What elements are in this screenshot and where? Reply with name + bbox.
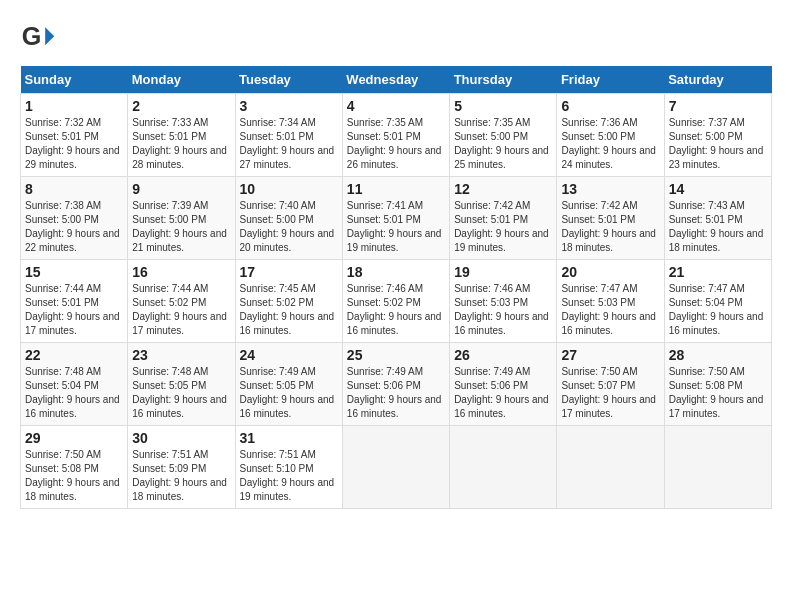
day-number: 7 xyxy=(669,98,767,114)
day-info: Sunrise: 7:51 AM Sunset: 5:10 PM Dayligh… xyxy=(240,448,338,504)
day-info: Sunrise: 7:32 AMSunset: 5:01 PMDaylight:… xyxy=(25,116,123,172)
day-number: 8 xyxy=(25,181,123,197)
day-number: 10 xyxy=(240,181,338,197)
day-cell: 4 Sunrise: 7:35 AM Sunset: 5:01 PM Dayli… xyxy=(342,94,449,177)
day-cell: 22 Sunrise: 7:48 AM Sunset: 5:04 PM Dayl… xyxy=(21,343,128,426)
day-info: Sunrise: 7:47 AM Sunset: 5:04 PM Dayligh… xyxy=(669,282,767,338)
day-info: Sunrise: 7:51 AM Sunset: 5:09 PM Dayligh… xyxy=(132,448,230,504)
calendar-row: 8 Sunrise: 7:38 AM Sunset: 5:00 PM Dayli… xyxy=(21,177,772,260)
calendar-body: 1 Sunrise: 7:32 AMSunset: 5:01 PMDayligh… xyxy=(21,94,772,509)
day-number: 17 xyxy=(240,264,338,280)
day-info: Sunrise: 7:44 AM Sunset: 5:02 PM Dayligh… xyxy=(132,282,230,338)
day-number: 12 xyxy=(454,181,552,197)
header-row: Sunday Monday Tuesday Wednesday Thursday… xyxy=(21,66,772,94)
day-cell: 10 Sunrise: 7:40 AM Sunset: 5:00 PM Dayl… xyxy=(235,177,342,260)
calendar-table: Sunday Monday Tuesday Wednesday Thursday… xyxy=(20,66,772,509)
empty-cell xyxy=(342,426,449,509)
day-cell: 8 Sunrise: 7:38 AM Sunset: 5:00 PM Dayli… xyxy=(21,177,128,260)
empty-cell xyxy=(557,426,664,509)
col-thursday: Thursday xyxy=(450,66,557,94)
day-info: Sunrise: 7:42 AM Sunset: 5:01 PM Dayligh… xyxy=(561,199,659,255)
col-saturday: Saturday xyxy=(664,66,771,94)
day-cell: 2 Sunrise: 7:33 AM Sunset: 5:01 PM Dayli… xyxy=(128,94,235,177)
day-cell: 30 Sunrise: 7:51 AM Sunset: 5:09 PM Dayl… xyxy=(128,426,235,509)
calendar-row: 22 Sunrise: 7:48 AM Sunset: 5:04 PM Dayl… xyxy=(21,343,772,426)
day-number: 18 xyxy=(347,264,445,280)
day-number: 20 xyxy=(561,264,659,280)
day-info: Sunrise: 7:33 AM Sunset: 5:01 PM Dayligh… xyxy=(132,116,230,172)
day-cell: 21 Sunrise: 7:47 AM Sunset: 5:04 PM Dayl… xyxy=(664,260,771,343)
day-number: 25 xyxy=(347,347,445,363)
day-info: Sunrise: 7:42 AM Sunset: 5:01 PM Dayligh… xyxy=(454,199,552,255)
day-number: 6 xyxy=(561,98,659,114)
col-wednesday: Wednesday xyxy=(342,66,449,94)
day-number: 19 xyxy=(454,264,552,280)
day-cell: 19 Sunrise: 7:46 AM Sunset: 5:03 PM Dayl… xyxy=(450,260,557,343)
day-cell: 31 Sunrise: 7:51 AM Sunset: 5:10 PM Dayl… xyxy=(235,426,342,509)
day-cell: 15 Sunrise: 7:44 AM Sunset: 5:01 PM Dayl… xyxy=(21,260,128,343)
col-friday: Friday xyxy=(557,66,664,94)
day-cell: 16 Sunrise: 7:44 AM Sunset: 5:02 PM Dayl… xyxy=(128,260,235,343)
day-cell: 26 Sunrise: 7:49 AM Sunset: 5:06 PM Dayl… xyxy=(450,343,557,426)
day-number: 9 xyxy=(132,181,230,197)
day-cell: 6 Sunrise: 7:36 AM Sunset: 5:00 PM Dayli… xyxy=(557,94,664,177)
day-number: 11 xyxy=(347,181,445,197)
day-cell: 24 Sunrise: 7:49 AM Sunset: 5:05 PM Dayl… xyxy=(235,343,342,426)
day-info: Sunrise: 7:49 AM Sunset: 5:06 PM Dayligh… xyxy=(454,365,552,421)
day-number: 30 xyxy=(132,430,230,446)
empty-cell xyxy=(664,426,771,509)
day-number: 15 xyxy=(25,264,123,280)
day-info: Sunrise: 7:44 AM Sunset: 5:01 PM Dayligh… xyxy=(25,282,123,338)
day-info: Sunrise: 7:46 AM Sunset: 5:02 PM Dayligh… xyxy=(347,282,445,338)
day-cell: 27 Sunrise: 7:50 AM Sunset: 5:07 PM Dayl… xyxy=(557,343,664,426)
day-cell: 25 Sunrise: 7:49 AM Sunset: 5:06 PM Dayl… xyxy=(342,343,449,426)
day-info: Sunrise: 7:47 AM Sunset: 5:03 PM Dayligh… xyxy=(561,282,659,338)
day-cell: 5 Sunrise: 7:35 AM Sunset: 5:00 PM Dayli… xyxy=(450,94,557,177)
day-number: 21 xyxy=(669,264,767,280)
day-info: Sunrise: 7:50 AM Sunset: 5:08 PM Dayligh… xyxy=(25,448,123,504)
day-info: Sunrise: 7:35 AM Sunset: 5:01 PM Dayligh… xyxy=(347,116,445,172)
day-info: Sunrise: 7:43 AM Sunset: 5:01 PM Dayligh… xyxy=(669,199,767,255)
day-number: 29 xyxy=(25,430,123,446)
day-cell: 18 Sunrise: 7:46 AM Sunset: 5:02 PM Dayl… xyxy=(342,260,449,343)
day-info: Sunrise: 7:36 AM Sunset: 5:00 PM Dayligh… xyxy=(561,116,659,172)
day-info: Sunrise: 7:37 AM Sunset: 5:00 PM Dayligh… xyxy=(669,116,767,172)
day-info: Sunrise: 7:48 AM Sunset: 5:05 PM Dayligh… xyxy=(132,365,230,421)
day-number: 22 xyxy=(25,347,123,363)
day-info: Sunrise: 7:35 AM Sunset: 5:00 PM Dayligh… xyxy=(454,116,552,172)
day-info: Sunrise: 7:50 AM Sunset: 5:08 PM Dayligh… xyxy=(669,365,767,421)
day-number: 31 xyxy=(240,430,338,446)
calendar-row: 29 Sunrise: 7:50 AM Sunset: 5:08 PM Dayl… xyxy=(21,426,772,509)
day-info: Sunrise: 7:49 AM Sunset: 5:05 PM Dayligh… xyxy=(240,365,338,421)
logo: G xyxy=(20,20,60,56)
day-info: Sunrise: 7:41 AM Sunset: 5:01 PM Dayligh… xyxy=(347,199,445,255)
day-number: 27 xyxy=(561,347,659,363)
svg-text:G: G xyxy=(22,22,42,50)
day-info: Sunrise: 7:46 AM Sunset: 5:03 PM Dayligh… xyxy=(454,282,552,338)
day-info: Sunrise: 7:40 AM Sunset: 5:00 PM Dayligh… xyxy=(240,199,338,255)
day-cell: 17 Sunrise: 7:45 AM Sunset: 5:02 PM Dayl… xyxy=(235,260,342,343)
day-info: Sunrise: 7:45 AM Sunset: 5:02 PM Dayligh… xyxy=(240,282,338,338)
day-cell: 11 Sunrise: 7:41 AM Sunset: 5:01 PM Dayl… xyxy=(342,177,449,260)
day-number: 2 xyxy=(132,98,230,114)
day-number: 13 xyxy=(561,181,659,197)
day-cell: 23 Sunrise: 7:48 AM Sunset: 5:05 PM Dayl… xyxy=(128,343,235,426)
day-number: 4 xyxy=(347,98,445,114)
day-cell: 13 Sunrise: 7:42 AM Sunset: 5:01 PM Dayl… xyxy=(557,177,664,260)
day-number: 24 xyxy=(240,347,338,363)
svg-marker-1 xyxy=(45,27,54,45)
day-number: 1 xyxy=(25,98,123,114)
col-tuesday: Tuesday xyxy=(235,66,342,94)
day-cell: 12 Sunrise: 7:42 AM Sunset: 5:01 PM Dayl… xyxy=(450,177,557,260)
logo-icon: G xyxy=(20,20,56,56)
day-cell: 3 Sunrise: 7:34 AM Sunset: 5:01 PM Dayli… xyxy=(235,94,342,177)
day-cell: 29 Sunrise: 7:50 AM Sunset: 5:08 PM Dayl… xyxy=(21,426,128,509)
page-header: G xyxy=(20,20,772,56)
day-info: Sunrise: 7:48 AM Sunset: 5:04 PM Dayligh… xyxy=(25,365,123,421)
day-info: Sunrise: 7:38 AM Sunset: 5:00 PM Dayligh… xyxy=(25,199,123,255)
day-number: 3 xyxy=(240,98,338,114)
day-number: 16 xyxy=(132,264,230,280)
day-cell: 28 Sunrise: 7:50 AM Sunset: 5:08 PM Dayl… xyxy=(664,343,771,426)
day-cell: 9 Sunrise: 7:39 AM Sunset: 5:00 PM Dayli… xyxy=(128,177,235,260)
empty-cell xyxy=(450,426,557,509)
